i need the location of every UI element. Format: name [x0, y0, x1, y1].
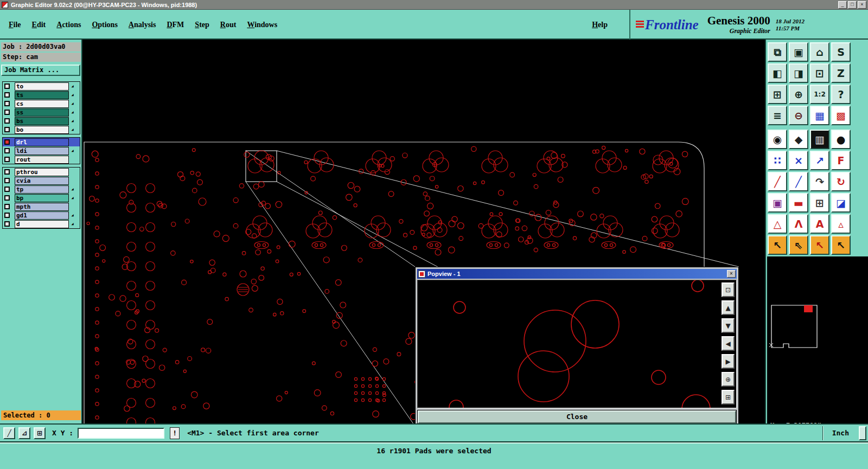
- menu-options[interactable]: Options: [92, 21, 117, 29]
- close-button[interactable]: ×: [858, 1, 866, 9]
- layer-name-label[interactable]: cvia: [15, 177, 69, 185]
- layer-name-label[interactable]: ts: [15, 91, 69, 99]
- layer-visibility-checkbox[interactable]: [4, 204, 10, 209]
- grid-select-icon[interactable]: ⊞: [34, 427, 46, 439]
- menu-actions[interactable]: Actions: [56, 21, 81, 29]
- zoom-fit-icon[interactable]: ⊞: [768, 85, 787, 104]
- letter-a-icon[interactable]: A: [810, 214, 829, 234]
- layer-visibility-checkbox[interactable]: [4, 101, 10, 106]
- xy-input[interactable]: [78, 428, 164, 439]
- layer-row-drl[interactable]: drl: [3, 138, 80, 146]
- zoom-center-icon[interactable]: ⊕: [789, 85, 808, 104]
- mirror-f-icon[interactable]: F: [831, 151, 851, 170]
- layer-row-ts[interactable]: ts◢: [3, 91, 80, 99]
- dot-pad-icon[interactable]: ●: [831, 130, 851, 149]
- unit-label[interactable]: Inch: [832, 429, 849, 437]
- layer-name-label[interactable]: pthrou: [15, 168, 69, 176]
- layer-name-label[interactable]: mpth: [15, 203, 69, 211]
- layer-row-to[interactable]: to◢: [3, 82, 80, 91]
- popview-content[interactable]: ⊡▲▼◀▶⊕⊞: [417, 280, 737, 408]
- corner-select-icon[interactable]: ⊿: [18, 427, 30, 439]
- measure-icon[interactable]: ⊖: [789, 106, 808, 125]
- pad-circle-icon[interactable]: ◉: [768, 130, 787, 149]
- select-arrow-box-icon[interactable]: ⇖: [789, 235, 808, 255]
- layer-row-d[interactable]: d◢: [3, 220, 80, 228]
- layer-name-label[interactable]: cs: [15, 100, 69, 108]
- popview-title-bar[interactable]: Popview - 1 ×: [417, 269, 737, 279]
- line-slant-icon[interactable]: ╱: [768, 172, 787, 191]
- rotate-icon[interactable]: ↻: [831, 172, 851, 191]
- layer-visibility-checkbox[interactable]: [4, 178, 10, 183]
- z-shape-icon[interactable]: Z: [831, 63, 851, 83]
- layer-visibility-checkbox[interactable]: [4, 83, 10, 89]
- job-matrix-button[interactable]: Job Matrix ...: [1, 65, 80, 76]
- layer-visibility-checkbox[interactable]: [4, 127, 10, 132]
- layer-name-label[interactable]: tp: [15, 185, 69, 194]
- menu-step[interactable]: Step: [195, 21, 209, 29]
- menu-windows[interactable]: Windows: [247, 21, 277, 29]
- layer-visibility-checkbox[interactable]: [4, 110, 10, 115]
- triangle-icon[interactable]: △: [768, 214, 787, 234]
- clipboard-icon[interactable]: ⧉: [768, 42, 787, 62]
- line-select-icon[interactable]: ╱: [3, 427, 15, 439]
- layer-visibility-checkbox[interactable]: [4, 118, 10, 124]
- color-cells-alt-icon[interactable]: ▩: [831, 106, 851, 125]
- minimize-button[interactable]: _: [838, 1, 847, 9]
- layer-name-label[interactable]: ldi: [15, 147, 69, 155]
- menu-analysis[interactable]: Analysis: [129, 21, 156, 29]
- layer-name-label[interactable]: bo: [15, 126, 69, 134]
- pan-right-icon[interactable]: ◨: [789, 63, 808, 83]
- popview-pan-left-icon[interactable]: ◀: [722, 336, 735, 351]
- layer-visibility-checkbox[interactable]: [4, 221, 10, 227]
- layer-visibility-checkbox[interactable]: [4, 157, 10, 162]
- menu-file[interactable]: File: [9, 21, 21, 29]
- layer-row-tp[interactable]: tp◢: [3, 185, 80, 194]
- popview-close-button[interactable]: Close: [418, 410, 736, 423]
- popview-zoom-in-icon[interactable]: ⊕: [722, 372, 735, 387]
- layer-name-label[interactable]: bs: [15, 117, 69, 125]
- layer-name-label[interactable]: to: [15, 82, 69, 91]
- zoom-ratio-icon[interactable]: 1:2: [810, 85, 829, 104]
- layer-visibility-checkbox[interactable]: [4, 148, 10, 153]
- layer-row-bp[interactable]: bp◢: [3, 194, 80, 202]
- layer-row-cvia[interactable]: cvia: [3, 176, 80, 185]
- menu-dfm[interactable]: DFM: [167, 21, 184, 29]
- display-icon[interactable]: ▣: [789, 42, 808, 62]
- layer-name-label[interactable]: rout: [15, 156, 69, 164]
- layer-row-rout[interactable]: rout: [3, 155, 80, 164]
- layer-name-label[interactable]: bp: [15, 194, 69, 202]
- triangle-axis-icon[interactable]: Λ: [789, 214, 808, 234]
- layer-row-gd1[interactable]: gd1◢: [3, 211, 80, 220]
- layer-row-pthrou[interactable]: pthrou: [3, 168, 80, 176]
- layer-visibility-checkbox[interactable]: [4, 213, 10, 218]
- layer-list-icon[interactable]: ≡: [768, 106, 787, 125]
- add-box-icon[interactable]: ⊞: [810, 193, 829, 213]
- popview-pan-up-icon[interactable]: ▲: [722, 300, 735, 315]
- pad-frame-icon[interactable]: ▣: [768, 193, 787, 213]
- popview-window[interactable]: Popview - 1 × ⊡▲▼◀▶⊕⊞ Close: [415, 267, 739, 426]
- layer-name-label[interactable]: drl: [15, 138, 69, 146]
- popview-pan-right-icon[interactable]: ▶: [722, 354, 735, 369]
- overview-map-panel[interactable]: X = 7.307789" Y = 8.358727": [767, 256, 868, 423]
- layer-row-cs[interactable]: cs◢: [3, 99, 80, 108]
- overview-map-thumbnail[interactable]: [767, 256, 868, 423]
- line-slant-blue-icon[interactable]: ╱: [789, 172, 808, 191]
- layer-row-ldi[interactable]: ldi◢: [3, 146, 80, 155]
- layer-visibility-checkbox[interactable]: [4, 169, 10, 175]
- menu-help[interactable]: Help: [592, 21, 608, 29]
- layer-name-label[interactable]: d: [15, 220, 69, 228]
- layer-row-bo[interactable]: bo◢: [3, 125, 80, 134]
- delete-x-icon[interactable]: ×: [789, 151, 808, 170]
- maximize-button[interactable]: □: [848, 1, 857, 9]
- pan-left-icon[interactable]: ◧: [768, 63, 787, 83]
- fill-brush-icon[interactable]: ◆: [789, 130, 808, 149]
- popview-restore-icon[interactable]: ⊡: [722, 282, 735, 297]
- popview-close-icon[interactable]: ×: [727, 270, 736, 278]
- color-cells-icon[interactable]: ▦: [810, 106, 829, 125]
- menu-rout[interactable]: Rout: [220, 21, 237, 29]
- net-points-icon[interactable]: ∷: [768, 151, 787, 170]
- resize-grip[interactable]: [859, 426, 866, 440]
- select-arrow-red-icon[interactable]: ↖: [810, 235, 829, 255]
- popview-zoom-fit-icon[interactable]: ⊞: [722, 390, 735, 404]
- layer-name-label[interactable]: ss: [15, 108, 69, 117]
